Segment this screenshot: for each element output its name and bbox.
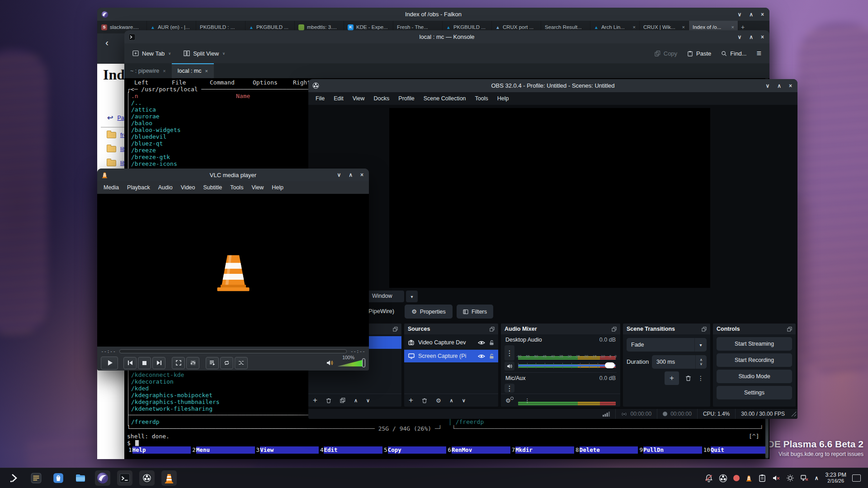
resize-grip[interactable] [791, 412, 796, 417]
mc-entry[interactable]: /breeze [131, 147, 156, 154]
clipboard-icon[interactable] [758, 474, 766, 482]
mc-entry[interactable]: /attica [131, 106, 156, 113]
mc-entry[interactable]: /.. [131, 99, 142, 106]
mc-entry[interactable]: /baloo [131, 120, 152, 127]
app-launcher-icon[interactable] [6, 470, 22, 486]
konsole-taskbar-icon[interactable] [117, 470, 132, 486]
remove-source-icon[interactable] [422, 398, 427, 404]
mc-entry[interactable]: /bluez-qt [131, 140, 163, 147]
menu-playback[interactable]: Playback [123, 184, 154, 191]
source-video-capture[interactable]: Video Capture Dev [404, 336, 498, 349]
popout-icon[interactable] [490, 327, 495, 332]
fkey-pulldn[interactable]: 9PullDn [638, 446, 702, 454]
visibility-eye-icon[interactable] [478, 354, 485, 359]
start-streaming-button[interactable]: Start Streaming [717, 337, 792, 351]
fkey-quit[interactable]: 10Quit [702, 446, 766, 454]
fkey-help[interactable]: 1Help [127, 446, 191, 454]
mc-menu-options[interactable]: Options [253, 79, 278, 86]
night-light-icon[interactable] [786, 474, 794, 482]
menu-scene-collection[interactable]: Scene Collection [419, 95, 471, 102]
network-disconnected-icon[interactable] [800, 474, 809, 482]
studio-mode-button[interactable]: Studio Mode [717, 370, 792, 383]
source-screen-capture[interactable]: Screen Capture (Pi [404, 350, 498, 362]
menu-docks[interactable]: Docks [369, 95, 394, 102]
menu-tools[interactable]: Tools [226, 184, 247, 191]
screen-recording-icon[interactable] [733, 475, 740, 481]
mixer-kebab-button[interactable]: ⋮ [505, 345, 514, 361]
menu-tools[interactable]: Tools [471, 95, 493, 102]
fkey-edit[interactable]: 4Edit [319, 446, 382, 454]
file-lines-app-icon[interactable] [28, 470, 44, 486]
fullscreen-button[interactable] [172, 357, 185, 369]
mc-entry[interactable]: /kdegraphics-thumbnailers [131, 399, 220, 405]
filters-button[interactable]: Filters [457, 305, 493, 319]
close-icon[interactable]: × [761, 11, 764, 18]
vlc-taskbar-icon[interactable] [161, 470, 177, 486]
menu-video[interactable]: Video [177, 184, 199, 191]
mute-speaker-button[interactable] [505, 361, 514, 371]
mc-entry[interactable]: /aurorae [131, 113, 160, 120]
remove-scene-icon[interactable] [326, 398, 331, 404]
add-source-icon[interactable]: + [409, 396, 413, 405]
volume-handle[interactable] [362, 358, 365, 367]
new-tab-button[interactable]: New Tab ∨ [132, 50, 171, 57]
playlist-button[interactable] [206, 357, 219, 369]
fkey-delete[interactable]: 8Delete [574, 446, 638, 454]
tab-close-icon[interactable]: × [163, 68, 165, 74]
paste-button[interactable]: Paste [687, 50, 711, 57]
previous-button[interactable] [123, 357, 137, 369]
close-icon[interactable]: × [360, 172, 363, 178]
obs-tray-icon[interactable] [719, 474, 727, 483]
konsole-titlebar[interactable]: local : mc — Konsole ∨∧× [124, 30, 769, 43]
menu-profile[interactable]: Profile [394, 95, 419, 102]
notifications-dnd-icon[interactable] [705, 474, 713, 482]
mc-menu-command[interactable]: Command [210, 79, 235, 86]
software-center-icon[interactable] [51, 470, 66, 486]
source-down-icon[interactable]: ∨ [462, 398, 466, 404]
mc-menu-left[interactable]: Left [134, 79, 148, 86]
add-transition-button[interactable]: + [665, 371, 679, 385]
combo-arrow-button[interactable]: ▾ [406, 291, 418, 302]
minimize-icon[interactable]: ∨ [337, 172, 341, 178]
mixer-kebab-button[interactable]: ⋮ [505, 384, 514, 393]
close-icon[interactable]: × [761, 34, 764, 40]
fkey-menu[interactable]: 2Menu [191, 446, 255, 454]
copy-button[interactable]: Copy [655, 50, 677, 57]
properties-button[interactable]: ⚙ Properties [405, 305, 453, 319]
tab-close-icon[interactable]: × [631, 24, 636, 30]
scene-up-icon[interactable]: ∧ [354, 398, 358, 404]
stop-button[interactable] [138, 357, 151, 369]
speaker-icon[interactable] [326, 360, 334, 366]
tab-close-icon[interactable]: × [205, 68, 208, 74]
menu-help[interactable]: Help [268, 184, 288, 191]
vlc-video-area[interactable] [97, 194, 369, 347]
menu-subtitle[interactable]: Subtitle [199, 184, 226, 191]
menu-view[interactable]: View [247, 184, 268, 191]
source-properties-gear-icon[interactable]: ⚙ [436, 397, 441, 404]
falkon-taskbar-icon[interactable] [95, 470, 110, 486]
menu-edit[interactable]: Edit [329, 95, 348, 102]
start-recording-button[interactable]: Start Recording [717, 353, 792, 367]
lock-icon[interactable] [489, 340, 494, 346]
fkey-copy[interactable]: 5Copy [382, 446, 446, 454]
mc-entry[interactable]: /breeze-icons [131, 160, 177, 167]
mc-menu-file[interactable]: File [172, 79, 186, 86]
mc-entry[interactable]: /baloo-widgets [131, 127, 181, 133]
duplicate-scene-icon[interactable] [340, 398, 345, 403]
vlc-titlebar[interactable]: VLC media player ∨∧× [97, 169, 369, 181]
play-button[interactable] [101, 357, 118, 370]
seek-slider[interactable] [119, 349, 347, 353]
remove-transition-icon[interactable] [685, 375, 691, 381]
fkey-renmov[interactable]: 6RenMov [446, 446, 510, 454]
hamburger-menu-icon[interactable]: ≡ [756, 49, 761, 58]
duration-spinbox[interactable]: 300 ms ∧ ∨ [652, 355, 707, 369]
mc-entry[interactable]: /kdenetwork-filesharing [131, 405, 212, 412]
minimize-icon[interactable]: ∨ [737, 34, 741, 40]
menu-media[interactable]: Media [99, 184, 123, 191]
extended-settings-button[interactable] [186, 357, 199, 369]
lock-icon[interactable] [489, 353, 494, 359]
shuffle-button[interactable] [235, 357, 248, 369]
menu-audio[interactable]: Audio [154, 184, 177, 191]
file-manager-icon[interactable] [73, 470, 88, 486]
source-up-icon[interactable]: ∧ [450, 398, 453, 404]
